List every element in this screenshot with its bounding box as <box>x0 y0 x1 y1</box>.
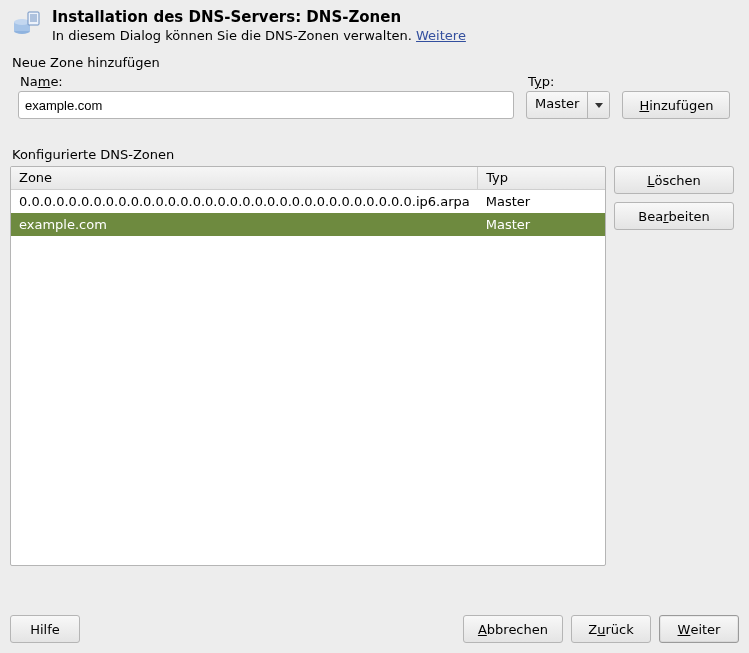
back-button[interactable]: Zurück <box>571 615 651 643</box>
zone-name-input[interactable] <box>18 91 514 119</box>
table-row[interactable]: example.comMaster <box>11 213 605 236</box>
name-label: Name: <box>20 74 514 89</box>
dns-install-icon <box>12 8 42 38</box>
subtitle-text: In diesem Dialog können Sie die DNS-Zone… <box>52 28 416 43</box>
delete-zone-button[interactable]: Löschen <box>614 166 734 194</box>
type-label: Typ: <box>528 74 610 89</box>
zone-type-select[interactable]: Master <box>526 91 610 119</box>
abort-button[interactable]: Abbrechen <box>463 615 563 643</box>
edit-zone-button[interactable]: Bearbeiten <box>614 202 734 230</box>
zone-type-value: Master <box>527 92 587 118</box>
page-title: Installation des DNS-Servers: DNS-Zonen <box>52 8 466 26</box>
column-header-zone[interactable]: Zone <box>11 167 478 189</box>
typ-cell: Master <box>478 213 605 236</box>
zone-cell: example.com <box>11 213 478 236</box>
zone-type-dropdown-button[interactable] <box>587 92 609 118</box>
zones-table[interactable]: Zone Typ 0.0.0.0.0.0.0.0.0.0.0.0.0.0.0.0… <box>10 166 606 566</box>
table-row[interactable]: 0.0.0.0.0.0.0.0.0.0.0.0.0.0.0.0.0.0.0.0.… <box>11 189 605 213</box>
help-button[interactable]: Hilfe <box>10 615 80 643</box>
chevron-down-icon <box>595 103 603 108</box>
next-button[interactable]: Weiter <box>659 615 739 643</box>
zone-cell: 0.0.0.0.0.0.0.0.0.0.0.0.0.0.0.0.0.0.0.0.… <box>11 189 478 213</box>
new-zone-group-label: Neue Zone hinzufügen <box>12 55 739 70</box>
page-subtitle: In diesem Dialog können Sie die DNS-Zone… <box>52 28 466 43</box>
column-header-typ[interactable]: Typ <box>478 167 605 189</box>
subtitle-more-link[interactable]: Weitere <box>416 28 466 43</box>
typ-cell: Master <box>478 189 605 213</box>
add-zone-button[interactable]: Hinzufügen <box>622 91 730 119</box>
configured-zones-group-label: Konfigurierte DNS-Zonen <box>12 147 739 162</box>
